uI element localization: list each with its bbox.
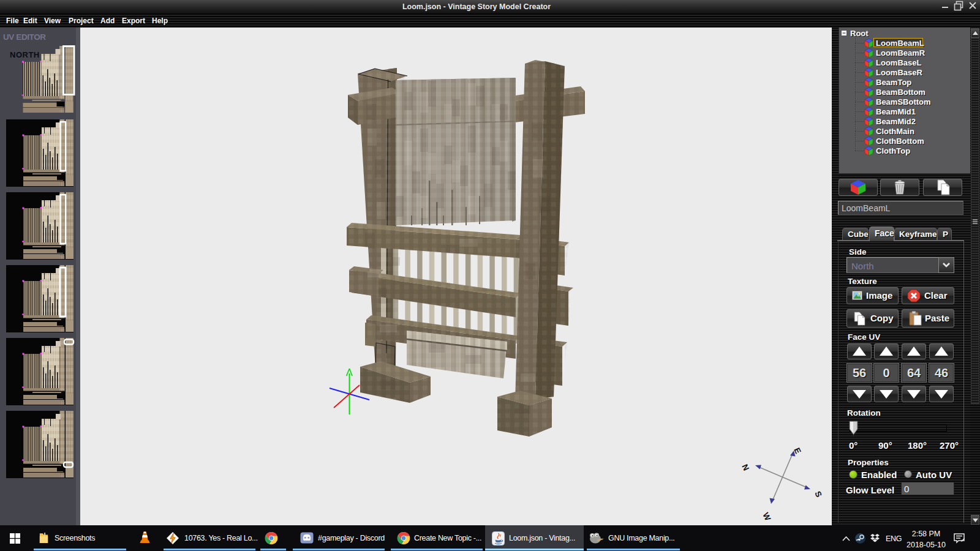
svg-text:S: S: [813, 490, 823, 499]
svg-text:N: N: [740, 463, 751, 472]
svg-text:W: W: [761, 511, 772, 522]
